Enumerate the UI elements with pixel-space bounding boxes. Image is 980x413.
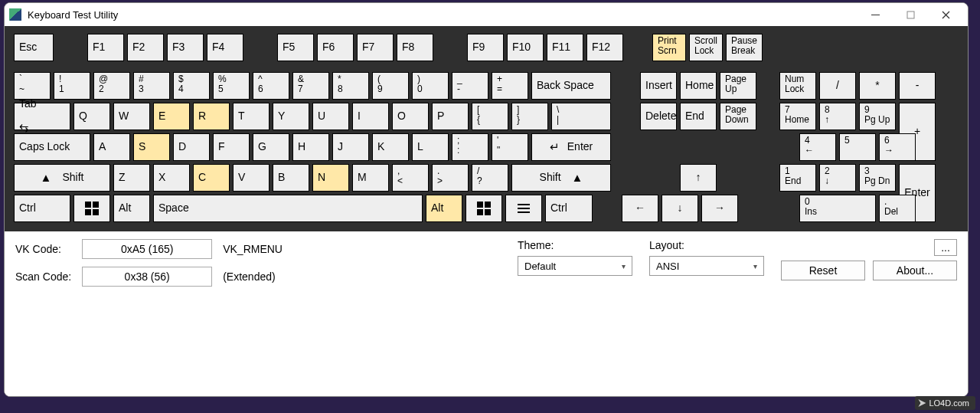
key-x[interactable]: X [153,164,190,192]
key-5[interactable]: %5 [213,72,250,100]
key-j[interactable]: J [332,133,369,161]
layout-select[interactable]: ANSI ▾ [649,256,764,276]
key-f1[interactable]: F1 [87,34,124,61]
key-arrow-down[interactable]: ↓ [662,195,698,222]
key-shift-left[interactable]: ▲Shift [14,164,110,192]
key-9[interactable]: (9 [372,72,409,100]
key-f2[interactable]: F2 [127,34,164,61]
key-num-0[interactable]: 0Ins [799,195,876,222]
key-i[interactable]: I [352,103,389,130]
key-arrow-up[interactable]: ↑ [680,164,717,192]
key-grave[interactable]: `~ [14,72,51,100]
key-scroll-lock[interactable]: ScrollLock [689,34,723,61]
key-arrow-left[interactable]: ← [622,195,658,222]
key-num-multiply[interactable]: * [859,72,896,100]
key-print-screen[interactable]: PrintScrn [652,34,686,61]
key-alt-left[interactable]: Alt [113,195,150,222]
key-f3[interactable]: F3 [167,34,204,61]
key-t[interactable]: T [233,103,270,130]
key-win-left[interactable] [74,195,110,222]
key-enter[interactable]: ↵Enter [531,133,611,161]
key-shift-right[interactable]: Shift▲ [511,164,611,192]
key-caps-lock[interactable]: Caps Lock [14,133,90,161]
key-num-3[interactable]: 3Pg Dn [859,164,896,192]
key-6[interactable]: ^6 [253,72,289,100]
key-s[interactable]: S [133,133,170,161]
key-bracket-left[interactable]: [{ [472,103,508,130]
key-slash[interactable]: /? [472,164,508,192]
key-num-lock[interactable]: NumLock [779,72,816,100]
key-num-5[interactable]: 5 [839,133,876,161]
key-2[interactable]: @2 [93,72,130,100]
key-b[interactable]: B [273,164,309,192]
key-delete[interactable]: Delete [640,103,677,130]
key-m[interactable]: M [352,164,389,192]
key-num-8[interactable]: 8↑ [819,103,856,130]
key-tab[interactable]: Tab ⇆ [14,103,70,130]
key-equals[interactable]: += [492,72,528,100]
key-p[interactable]: P [432,103,469,130]
key-f11[interactable]: F11 [547,34,583,61]
key-y[interactable]: Y [273,103,309,130]
key-end[interactable]: End [680,103,717,130]
key-esc[interactable]: Esc [14,34,54,61]
key-r[interactable]: R [193,103,230,130]
key-num-9[interactable]: 9Pg Up [859,103,896,130]
key-3[interactable]: #3 [133,72,170,100]
key-8[interactable]: *8 [332,72,369,100]
key-7[interactable]: &7 [292,72,329,100]
key-c[interactable]: C [193,164,230,192]
key-f6[interactable]: F6 [317,34,354,61]
key-ctrl-right[interactable]: Ctrl [545,195,593,222]
key-num-decimal[interactable]: .Del [879,195,916,222]
key-z[interactable]: Z [113,164,150,192]
key-home[interactable]: Home [680,72,717,100]
key-bracket-right[interactable]: ]} [511,103,548,130]
key-menu[interactable] [505,195,542,222]
key-f8[interactable]: F8 [397,34,433,61]
key-comma[interactable]: ,< [392,164,429,192]
key-f10[interactable]: F10 [507,34,544,61]
key-f12[interactable]: F12 [586,34,623,61]
key-quote[interactable]: '" [492,133,528,161]
key-win-right[interactable] [466,195,502,222]
about-button[interactable]: About... [873,261,957,280]
key-num-divide[interactable]: / [819,72,856,100]
key-f4[interactable]: F4 [207,34,243,61]
key-num-6[interactable]: 6→ [879,133,916,161]
key-1[interactable]: !1 [54,72,90,100]
key-0[interactable]: )0 [412,72,449,100]
key-backspace[interactable]: Back Space [531,72,611,100]
key-semicolon[interactable]: ;: [452,133,488,161]
key-l[interactable]: L [412,133,449,161]
key-v[interactable]: V [233,164,270,192]
key-u[interactable]: U [312,103,349,130]
minimize-button[interactable] [858,4,893,25]
theme-select[interactable]: Default ▾ [518,256,632,276]
key-space[interactable]: Space [153,195,423,222]
key-num-7[interactable]: 7Home [779,103,816,130]
key-alt-right[interactable]: Alt [426,195,462,222]
key-minus[interactable]: _- [452,72,488,100]
maximize-button[interactable] [893,4,928,25]
more-button[interactable]: ... [934,239,957,256]
key-k[interactable]: K [372,133,409,161]
key-h[interactable]: H [292,133,329,161]
key-q[interactable]: Q [74,103,110,130]
close-button[interactable] [928,4,963,25]
key-n[interactable]: N [312,164,349,192]
key-page-up[interactable]: PageUp [720,72,756,100]
reset-button[interactable]: Reset [781,261,865,280]
key-num-4[interactable]: 4← [799,133,836,161]
key-w[interactable]: W [113,103,150,130]
key-f9[interactable]: F9 [467,34,504,61]
key-g[interactable]: G [253,133,289,161]
key-backslash[interactable]: \| [551,103,611,130]
key-insert[interactable]: Insert [640,72,677,100]
key-ctrl-left[interactable]: Ctrl [14,195,70,222]
key-d[interactable]: D [173,133,210,161]
key-a[interactable]: A [93,133,130,161]
key-num-2[interactable]: 2↓ [819,164,856,192]
key-num-subtract[interactable]: - [899,72,936,100]
key-num-1[interactable]: 1End [779,164,816,192]
